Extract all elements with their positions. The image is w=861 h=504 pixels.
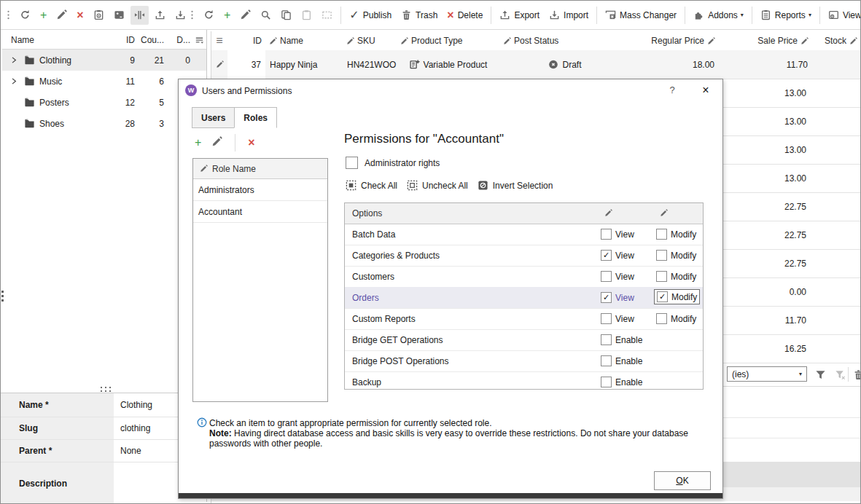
permission-enable-cell[interactable]: Enable <box>599 353 644 369</box>
copy-button[interactable] <box>277 6 295 25</box>
search-button[interactable] <box>257 6 275 25</box>
header-row-marker[interactable]: ≡ <box>211 31 227 50</box>
field-value[interactable] <box>114 462 178 504</box>
expand-arrow-icon[interactable] <box>11 77 20 85</box>
category-row[interactable]: Clothing9210 <box>2 50 206 71</box>
uncheck-all-button[interactable]: Uncheck All <box>407 180 468 191</box>
cell-col-name[interactable]: Happy Ninja <box>265 50 343 79</box>
trash-button[interactable]: Trash <box>397 6 441 25</box>
permission-modify-cell[interactable]: ✓Modify <box>654 289 700 304</box>
cell-col-id[interactable]: 37 <box>227 50 265 79</box>
checkbox[interactable] <box>601 229 612 240</box>
cell-col-product-type[interactable]: Variable Product <box>397 50 499 79</box>
category-row[interactable]: Shoes283 <box>2 113 206 134</box>
invert-selection-button[interactable]: Invert Selection <box>478 180 553 191</box>
edit-product-button[interactable] <box>236 6 254 25</box>
permission-modify-cell[interactable]: Modify <box>654 248 698 263</box>
checkbox[interactable] <box>601 271 612 282</box>
permission-view-cell[interactable]: ✓View <box>599 248 636 263</box>
delete-button[interactable]: ×Delete <box>443 6 486 25</box>
permission-modify-cell[interactable]: Modify <box>654 311 698 326</box>
tree-column-name[interactable]: Name <box>11 35 113 45</box>
checkbox[interactable] <box>656 229 667 240</box>
role-row[interactable]: Administrators <box>193 179 327 201</box>
permission-enable-cell[interactable]: Enable <box>599 374 644 390</box>
filter-dropdown[interactable]: (ies) ▾ <box>727 366 807 382</box>
add-category-button[interactable]: + <box>36 6 50 25</box>
paste-button[interactable] <box>297 6 316 25</box>
import-button[interactable]: Import <box>545 6 592 25</box>
edit-role-button[interactable] <box>211 136 222 149</box>
addons-button[interactable]: Addons▾ <box>690 6 747 25</box>
tree-column-id[interactable]: ID <box>113 35 135 45</box>
header-col-stock[interactable]: Stock <box>812 31 861 50</box>
refresh-categories-button[interactable] <box>16 6 34 25</box>
reports-button[interactable]: Reports▾ <box>757 6 815 25</box>
cell-row-marker[interactable] <box>211 50 227 79</box>
refresh-products-button[interactable] <box>200 6 218 25</box>
header-col-post-status[interactable]: Post Status <box>499 31 630 50</box>
permission-view-cell[interactable]: ✓View <box>599 290 636 305</box>
permission-enable-cell[interactable]: Enable <box>599 332 644 347</box>
category-row[interactable]: Music116 <box>2 71 206 92</box>
checkbox[interactable] <box>656 313 667 324</box>
checkbox[interactable]: ✓ <box>601 250 612 261</box>
administrator-rights-checkbox[interactable] <box>346 157 358 169</box>
cell-col-sku[interactable]: HN421WOO <box>343 50 397 79</box>
field-value[interactable]: None <box>114 440 178 462</box>
role-row[interactable]: Accountant <box>193 201 327 223</box>
clear-filter-button[interactable] <box>832 367 848 382</box>
header-col-sku[interactable]: SKU <box>343 31 397 50</box>
checkbox[interactable] <box>656 250 667 261</box>
header-col-product-type[interactable]: Product Type <box>397 31 499 50</box>
administrator-rights-row[interactable]: Administrator rights <box>346 157 440 169</box>
permission-modify-cell[interactable]: Modify <box>654 227 698 242</box>
add-product-button[interactable]: + <box>220 6 234 25</box>
permission-row[interactable]: CustomersViewModify <box>345 266 703 288</box>
ok-button[interactable]: OK <box>654 471 711 490</box>
view-button[interactable]: View▾ <box>825 6 861 25</box>
permission-row[interactable]: Orders✓View✓Modify <box>345 287 703 309</box>
tab-users[interactable]: Users <box>192 107 235 128</box>
close-icon[interactable]: × <box>698 82 714 98</box>
field-value[interactable]: Clothing <box>114 393 178 417</box>
checkbox[interactable]: ✓ <box>657 291 668 302</box>
fit-columns-button[interactable] <box>130 6 149 25</box>
delete-filter-button[interactable] <box>850 367 861 382</box>
header-col-sale-price[interactable]: Sale Price <box>719 31 812 50</box>
cell-col-sale-price[interactable]: 11.70 <box>719 50 812 79</box>
header-col-regular-price[interactable]: Regular Price <box>630 31 719 50</box>
delete-role-button[interactable]: × <box>248 137 254 149</box>
checkbox[interactable] <box>601 334 612 345</box>
add-role-button[interactable]: + <box>195 137 201 149</box>
permission-row[interactable]: Batch DataViewModify <box>345 224 703 245</box>
publish-button[interactable]: ✓Publish <box>346 6 395 25</box>
permission-row[interactable]: Bridge POST OperationsEnable <box>345 350 703 372</box>
delete-category-button[interactable]: × <box>73 6 87 25</box>
apply-filter-button[interactable] <box>812 367 828 382</box>
checkbox[interactable]: ✓ <box>601 292 612 303</box>
image-button[interactable] <box>110 6 128 25</box>
expand-arrow-icon[interactable] <box>11 56 20 64</box>
permission-view-cell[interactable]: View <box>599 269 636 284</box>
checkbox[interactable] <box>601 355 612 366</box>
help-button[interactable]: ? <box>666 84 679 95</box>
permission-row[interactable]: Custom ReportsViewModify <box>345 308 703 330</box>
permission-view-cell[interactable]: View <box>599 227 636 242</box>
tab-roles[interactable]: Roles <box>234 107 277 128</box>
export-button[interactable]: Export <box>496 6 543 25</box>
panel-splitter-handle[interactable] <box>1 290 4 304</box>
field-value[interactable]: clothing <box>114 417 178 439</box>
export-categories-button[interactable] <box>151 6 169 25</box>
checkbox[interactable] <box>601 377 612 387</box>
cell-col-regular-price[interactable]: 18.00 <box>630 50 719 79</box>
edit-category-button[interactable] <box>52 6 71 25</box>
tree-column-d[interactable]: D... <box>164 35 190 45</box>
product-row[interactable]: 37Happy NinjaHN421WOOVariable ProductDra… <box>211 50 861 79</box>
select-area-button[interactable] <box>318 6 336 25</box>
column-menu-cell[interactable] <box>190 35 206 46</box>
preview-button[interactable] <box>90 6 108 25</box>
header-col-id[interactable]: ID <box>227 31 265 50</box>
permission-row[interactable]: Bridge GET OperationsEnable <box>345 329 703 351</box>
permission-view-cell[interactable]: View <box>599 311 636 326</box>
